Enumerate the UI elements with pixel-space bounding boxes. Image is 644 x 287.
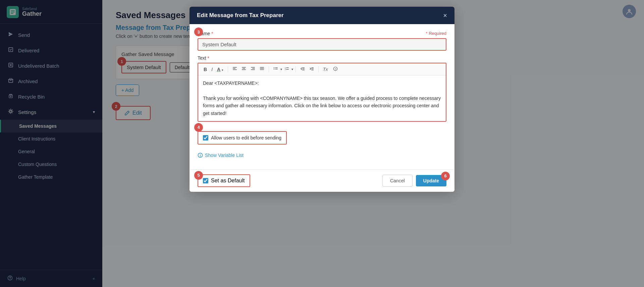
clear-format-button[interactable]: Tx [321, 66, 330, 73]
bullets-dropdown-icon: ▾ [280, 67, 282, 71]
svg-rect-23 [260, 69, 264, 70]
help-toolbar-button[interactable]: ? [331, 65, 340, 73]
set-default-checkbox[interactable] [203, 178, 208, 183]
numbered-button[interactable]: 1.2. [282, 65, 291, 73]
svg-rect-13 [233, 68, 235, 69]
show-variable-link[interactable]: Show Variable List [198, 153, 446, 158]
cancel-button[interactable]: Cancel [382, 175, 413, 187]
svg-rect-21 [260, 67, 264, 68]
svg-rect-22 [260, 68, 264, 69]
name-field-container: Name * * Required 3 [198, 31, 446, 55]
svg-rect-12 [233, 67, 237, 68]
indent-group [298, 65, 316, 73]
align-left-button[interactable] [230, 65, 239, 73]
svg-rect-27 [275, 69, 278, 69]
svg-text:?: ? [335, 68, 336, 71]
list-group: ▾ 1.2. ▾ [271, 65, 293, 73]
svg-rect-36 [311, 69, 314, 69]
svg-rect-34 [302, 70, 305, 70]
italic-button[interactable]: I [209, 66, 215, 73]
svg-rect-29 [286, 67, 289, 68]
toolbar-sep-1 [228, 66, 228, 72]
allow-edit-label: Allow users to edit before sending [211, 135, 281, 140]
step-badge-6: 6 [441, 172, 450, 180]
svg-rect-37 [311, 70, 314, 70]
step-badge-4: 4 [194, 123, 203, 132]
svg-text:2.: 2. [285, 68, 286, 70]
svg-rect-31 [286, 69, 289, 70]
align-right-button[interactable] [249, 65, 257, 73]
editor-greeting: Dear <TAXPAYERNAME>: [203, 79, 441, 87]
svg-rect-18 [251, 67, 255, 68]
svg-rect-16 [243, 68, 245, 69]
align-justify-button[interactable] [258, 65, 266, 73]
text-label-text: Text [198, 55, 206, 61]
svg-rect-25 [275, 67, 278, 68]
svg-rect-32 [302, 67, 305, 68]
step-badge-5: 5 [194, 171, 203, 180]
svg-point-41 [200, 154, 201, 155]
show-variable-container: Show Variable List [198, 153, 446, 158]
numbered-dropdown-icon: ▾ [291, 67, 293, 71]
svg-point-26 [274, 69, 274, 69]
svg-point-24 [274, 67, 274, 68]
editor-body: Thank you for working with <COMPANYNAME>… [203, 95, 441, 117]
align-group [230, 65, 266, 73]
name-input[interactable] [198, 38, 446, 51]
set-default-label: Set as Default [211, 178, 245, 184]
editor-container: B I A ▾ [198, 63, 446, 122]
modal-body: Name * * Required 3 Text * B [190, 24, 454, 169]
name-field-label: Name * * Required [198, 31, 446, 36]
text-field-label: Text * [198, 55, 446, 61]
set-default-row[interactable]: Set as Default [198, 174, 250, 187]
update-btn-container: 6 Update [416, 175, 446, 186]
toolbar-sep-4 [318, 66, 319, 72]
indent-decrease-button[interactable] [298, 65, 307, 73]
modal-header: Edit Message from Tax Preparer × [190, 7, 454, 24]
bullets-button[interactable] [271, 65, 280, 73]
modal-overlay: Edit Message from Tax Preparer × Name * … [0, 0, 644, 287]
modal-close-button[interactable]: × [443, 12, 447, 19]
set-default-container: 5 Set as Default [198, 174, 250, 187]
svg-rect-35 [311, 67, 314, 68]
editor-content[interactable]: Dear <TAXPAYERNAME>: Thank you for worki… [198, 75, 446, 121]
step-badge-3: 3 [194, 27, 203, 36]
modal-title: Edit Message from Tax Preparer [197, 12, 284, 19]
svg-rect-33 [302, 69, 305, 69]
text-field-container: Text * B I A ▾ [198, 55, 446, 122]
bold-button[interactable]: B [202, 66, 209, 73]
color-icon: A [217, 67, 220, 72]
color-dropdown-icon: ▾ [222, 68, 223, 72]
required-note: * Required [426, 31, 446, 36]
allow-edit-row[interactable]: Allow users to edit before sending [198, 131, 287, 145]
allow-edit-container: 4 Allow users to edit before sending [198, 126, 446, 149]
toolbar-sep-2 [269, 66, 269, 72]
allow-edit-checkbox[interactable] [203, 135, 208, 140]
color-button[interactable]: A ▾ [215, 66, 225, 73]
edit-modal: Edit Message from Tax Preparer × Name * … [190, 7, 454, 192]
text-required-star: * [208, 55, 209, 61]
svg-rect-17 [242, 69, 246, 70]
align-center-button[interactable] [239, 65, 248, 73]
modal-footer: 5 Set as Default Cancel 6 Update [190, 169, 454, 192]
editor-toolbar: B I A ▾ [198, 63, 446, 75]
format-group: B I A ▾ [202, 66, 225, 73]
svg-rect-14 [233, 69, 237, 70]
toolbar-sep-3 [296, 66, 296, 72]
show-variable-label: Show Variable List [205, 153, 244, 158]
name-required-star: * [211, 31, 213, 36]
svg-rect-15 [242, 67, 246, 68]
indent-increase-button[interactable] [307, 65, 316, 73]
svg-rect-20 [251, 69, 255, 70]
svg-rect-19 [252, 68, 255, 69]
footer-actions: Cancel 6 Update [382, 175, 446, 187]
